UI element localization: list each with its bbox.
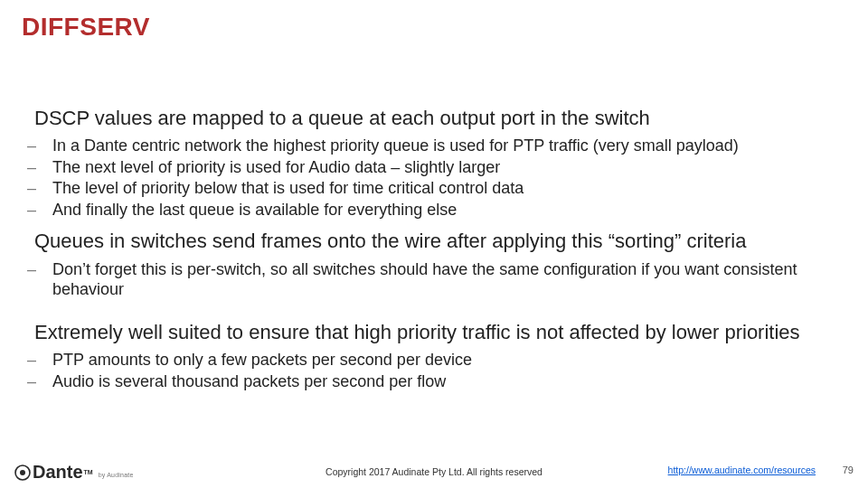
- section-sub: –In a Dante centric network the highest …: [40, 136, 839, 156]
- section-lead: Extremely well suited to ensure that hig…: [34, 321, 839, 344]
- sub-text: Don’t forget this is per-switch, so all …: [52, 260, 797, 299]
- page-number: 79: [843, 465, 854, 475]
- section-sub: –Don’t forget this is per-switch, so all…: [40, 259, 839, 300]
- section-sub: –The next level of priority is used for …: [40, 157, 839, 178]
- sub-text: The next level of priority is used for A…: [52, 158, 500, 176]
- section-sub: –Audio is several thousand packets per s…: [40, 371, 839, 392]
- slide-title: DIFFSERV: [22, 13, 150, 42]
- sub-text: In a Dante centric network the highest p…: [52, 136, 739, 155]
- section-lead: Queues in switches send frames onto the …: [34, 230, 839, 253]
- section-sub: –The level of priority below that is use…: [40, 178, 839, 199]
- sub-text: PTP amounts to only a few packets per se…: [52, 351, 472, 369]
- section-sub: –PTP amounts to only a few packets per s…: [40, 350, 839, 371]
- sub-text: And finally the last queue is available …: [52, 201, 457, 219]
- sub-text: Audio is several thousand packets per se…: [52, 372, 446, 390]
- footer: DanteTM by Audinate Copyright 2017 Audin…: [0, 455, 868, 483]
- slide: DIFFSERV DSCP values are mapped to a que…: [0, 0, 868, 488]
- section-sub: –And finally the last queue is available…: [40, 200, 839, 221]
- slide-body: DSCP values are mapped to a queue at eac…: [34, 107, 839, 392]
- resources-link[interactable]: http://www.audinate.com/resources: [668, 465, 816, 475]
- sub-text: The level of priority below that is used…: [52, 179, 524, 197]
- section-lead: DSCP values are mapped to a queue at eac…: [34, 107, 839, 130]
